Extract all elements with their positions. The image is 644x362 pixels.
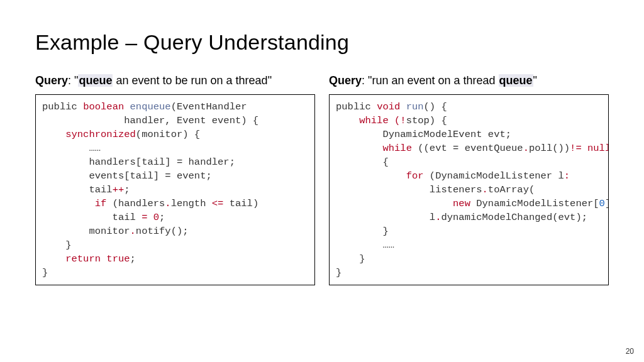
- slide-title: Example – Query Understanding: [35, 30, 609, 55]
- right-query-line: Query: "run an event on a thread queue": [329, 74, 609, 88]
- query-text-after: ": [533, 74, 537, 87]
- query-text-before: : "run an event on a thread: [362, 74, 499, 87]
- content-columns: Query: "queue an event to be run on a th…: [35, 74, 609, 285]
- right-code-box: public void run() { while (!stop) { Dyna…: [329, 94, 609, 285]
- query-text-before: : ": [68, 74, 78, 87]
- query-highlight-word: queue: [78, 74, 113, 87]
- query-highlight-word: queue: [499, 74, 533, 87]
- right-column: Query: "run an event on a thread queue" …: [329, 74, 609, 285]
- left-column: Query: "queue an event to be run on a th…: [35, 74, 315, 285]
- query-label: Query: [329, 74, 362, 87]
- left-code-box: public boolean enqueue(EventHandler hand…: [35, 94, 315, 285]
- slide-number: 20: [626, 347, 634, 356]
- left-query-line: Query: "queue an event to be run on a th…: [35, 74, 315, 88]
- query-text-after: an event to be run on a thread": [113, 74, 272, 87]
- query-label: Query: [35, 74, 68, 87]
